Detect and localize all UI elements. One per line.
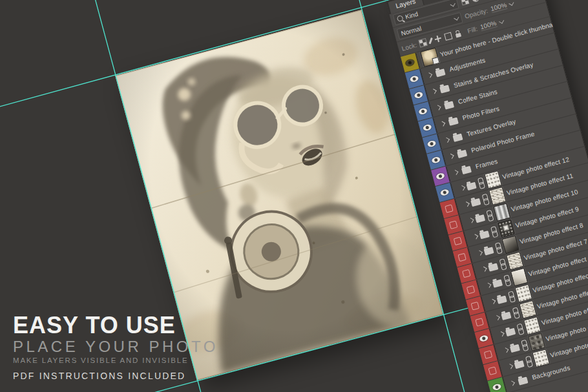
link-icon <box>490 226 498 236</box>
folder-icon <box>457 149 467 158</box>
folder-icon <box>518 377 528 385</box>
link-icon <box>494 242 502 253</box>
chevron-down-icon[interactable] <box>509 1 514 6</box>
link-icon <box>499 259 507 269</box>
expand-chevron-icon[interactable] <box>508 364 513 369</box>
lock-image-pixels-icon[interactable] <box>428 37 432 44</box>
expand-chevron-icon[interactable] <box>464 201 469 207</box>
layer-thumbnail[interactable] <box>510 267 528 286</box>
expand-chevron-icon[interactable] <box>460 185 465 191</box>
lock-position-icon[interactable] <box>434 35 442 43</box>
layer-thumbnail[interactable] <box>523 316 541 335</box>
hidden-visibility-box-icon <box>445 204 453 212</box>
link-icon <box>503 275 510 285</box>
eye-icon <box>492 383 502 391</box>
folder-icon <box>461 165 472 174</box>
layer-thumbnail[interactable] <box>528 333 545 351</box>
folder-icon <box>475 214 485 223</box>
folder-icon <box>514 360 524 369</box>
link-icon <box>481 194 489 204</box>
eye-icon <box>427 140 437 148</box>
link-icon <box>525 356 532 366</box>
filter-adjustment-layers-icon[interactable] <box>471 0 479 3</box>
folder-icon <box>510 344 520 352</box>
folder-icon <box>479 231 490 239</box>
layer-thumbnail[interactable] <box>532 349 549 367</box>
layer-thumbnail[interactable] <box>484 170 501 189</box>
folder-icon <box>452 133 463 141</box>
eye-icon <box>405 59 415 67</box>
folder-icon <box>488 263 498 271</box>
eye-icon <box>431 156 441 164</box>
eye-icon <box>479 335 488 342</box>
eye-icon <box>410 75 419 83</box>
chevron-down-icon[interactable] <box>499 19 504 24</box>
expand-chevron-icon[interactable] <box>510 380 515 386</box>
expand-chevron-icon[interactable] <box>494 315 499 320</box>
eye-icon <box>440 189 450 196</box>
expand-chevron-icon[interactable] <box>490 298 496 304</box>
eye-icon <box>436 172 445 180</box>
search-icon <box>397 15 404 22</box>
link-icon <box>520 340 528 350</box>
folder-icon <box>492 279 503 287</box>
hidden-visibility-box-icon <box>488 366 496 375</box>
folder-icon <box>497 295 507 304</box>
expand-chevron-icon[interactable] <box>448 153 454 158</box>
hidden-visibility-box-icon <box>449 220 457 229</box>
expand-chevron-icon[interactable] <box>481 266 487 271</box>
layer-thumbnail[interactable] <box>488 187 506 205</box>
folder-icon <box>470 198 481 206</box>
eye-icon <box>414 91 423 99</box>
expand-chevron-icon[interactable] <box>468 218 474 223</box>
expand-chevron-icon[interactable] <box>478 250 483 255</box>
layer-thumbnail[interactable] <box>498 219 515 238</box>
link-icon <box>516 324 524 334</box>
expand-chevron-icon[interactable] <box>453 169 458 174</box>
folder-icon <box>435 68 445 77</box>
folder-icon <box>466 181 476 190</box>
expand-chevron-icon[interactable] <box>473 234 478 239</box>
hidden-visibility-box-icon <box>454 237 462 245</box>
folder-icon <box>483 247 494 255</box>
folder-icon <box>501 311 511 320</box>
expand-chevron-icon[interactable] <box>486 282 491 287</box>
link-icon <box>512 307 520 318</box>
lock-artboard-icon[interactable] <box>444 32 452 40</box>
layer-thumbnail[interactable] <box>514 284 532 302</box>
expand-chevron-icon[interactable] <box>499 331 504 336</box>
chevron-down-icon <box>450 1 455 6</box>
layer-thumbnail[interactable] <box>506 251 523 270</box>
expand-chevron-icon[interactable] <box>445 137 450 142</box>
layer-thumbnail[interactable] <box>493 203 510 222</box>
marketing-note: PDF INSTRUCTIONS INCLUDED <box>13 371 218 381</box>
opacity-value[interactable]: 100% <box>490 1 508 13</box>
layer-name: Frames <box>475 158 499 170</box>
expand-chevron-icon[interactable] <box>503 347 509 353</box>
lock-all-icon[interactable] <box>456 32 461 37</box>
link-icon <box>486 210 494 220</box>
fill-value[interactable]: 100% <box>479 19 498 31</box>
lock-transparent-pixels-icon[interactable] <box>419 39 426 46</box>
link-icon <box>507 291 515 302</box>
filter-pixel-layers-icon[interactable] <box>461 0 468 5</box>
expand-chevron-icon[interactable] <box>427 72 432 77</box>
eye-icon <box>418 107 428 115</box>
layer-thumbnail[interactable] <box>519 300 536 318</box>
marketing-text-block: EASY TO USE PLACE YOUR PHOTO MAKE LAYERS… <box>13 314 218 381</box>
hidden-visibility-box-icon <box>467 285 475 294</box>
hidden-visibility-box-icon <box>475 318 483 326</box>
lock-label: Lock: <box>401 41 417 52</box>
layer-thumbnail[interactable] <box>501 235 519 254</box>
link-icon <box>477 178 485 188</box>
chevron-down-icon <box>454 15 459 20</box>
folder-icon <box>439 85 450 93</box>
opacity-label: Opacity: <box>464 6 488 19</box>
expand-chevron-icon[interactable] <box>440 121 445 126</box>
expand-chevron-icon[interactable] <box>436 105 441 110</box>
marketing-subtitle: PLACE YOUR PHOTO <box>13 338 218 355</box>
folder-icon <box>444 101 454 109</box>
expand-chevron-icon[interactable] <box>431 88 436 94</box>
hidden-visibility-box-icon <box>471 302 479 310</box>
folder-icon <box>448 117 459 125</box>
